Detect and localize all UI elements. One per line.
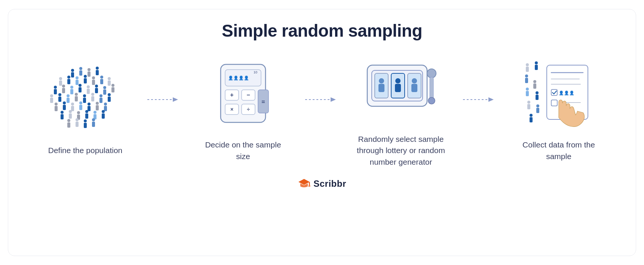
svg-rect-17 bbox=[92, 80, 95, 85]
svg-point-12 bbox=[76, 76, 79, 79]
svg-text:÷: ÷ bbox=[247, 106, 250, 112]
svg-point-130 bbox=[526, 88, 529, 91]
svg-rect-5 bbox=[88, 71, 91, 77]
svg-point-72 bbox=[77, 111, 80, 114]
clipboard-collect-icon: 👤👤👤 👤👤 bbox=[521, 58, 596, 132]
svg-rect-27 bbox=[70, 89, 73, 94]
svg-point-70 bbox=[69, 110, 72, 113]
svg-point-126 bbox=[525, 74, 528, 77]
page-title: Simple random sampling bbox=[222, 21, 422, 41]
svg-rect-118 bbox=[430, 77, 433, 100]
svg-point-80 bbox=[67, 119, 70, 122]
step-sample-size-label: Decide on the sample size bbox=[198, 139, 288, 162]
svg-rect-33 bbox=[95, 88, 98, 93]
svg-point-8 bbox=[59, 77, 62, 80]
svg-rect-129 bbox=[533, 83, 536, 89]
svg-point-124 bbox=[535, 61, 538, 64]
svg-rect-110 bbox=[378, 84, 384, 92]
svg-rect-83 bbox=[76, 122, 79, 127]
svg-point-0 bbox=[71, 69, 74, 72]
main-container: Simple random sampling bbox=[8, 9, 636, 256]
scribbr-icon bbox=[298, 178, 310, 189]
svg-rect-137 bbox=[536, 108, 539, 113]
svg-point-66 bbox=[104, 103, 107, 106]
svg-point-34 bbox=[103, 86, 106, 89]
svg-point-60 bbox=[79, 101, 82, 104]
step-randomly-select: Randomly select sample through lottery o… bbox=[339, 52, 463, 168]
svg-point-30 bbox=[87, 85, 90, 88]
svg-rect-39 bbox=[50, 98, 53, 103]
svg-rect-11 bbox=[67, 79, 70, 84]
svg-rect-127 bbox=[525, 78, 528, 83]
svg-point-56 bbox=[63, 101, 66, 104]
svg-point-138 bbox=[530, 114, 533, 117]
svg-rect-133 bbox=[536, 95, 539, 100]
svg-text:👤👤👤👤: 👤👤👤👤 bbox=[228, 75, 249, 80]
svg-rect-15 bbox=[84, 78, 87, 83]
step-population-label: Define the population bbox=[48, 145, 123, 156]
arrow-2 bbox=[305, 95, 339, 125]
svg-marker-89 bbox=[173, 97, 178, 102]
svg-rect-59 bbox=[71, 106, 74, 111]
svg-point-38 bbox=[50, 94, 53, 97]
svg-point-76 bbox=[93, 111, 96, 114]
arrow-1 bbox=[147, 95, 181, 125]
steps-row: Define the population 👤👤👤👤 10 bbox=[23, 52, 621, 168]
svg-point-86 bbox=[92, 118, 95, 121]
svg-point-42 bbox=[67, 94, 70, 97]
svg-rect-149 bbox=[309, 182, 310, 186]
svg-point-132 bbox=[536, 91, 539, 94]
svg-point-2 bbox=[79, 67, 82, 70]
svg-rect-85 bbox=[84, 123, 87, 128]
svg-point-52 bbox=[108, 93, 111, 96]
svg-rect-31 bbox=[87, 89, 90, 94]
svg-rect-139 bbox=[530, 117, 533, 122]
scribbr-brand-name: Scribbr bbox=[313, 179, 346, 189]
arrow-3 bbox=[463, 95, 497, 125]
svg-rect-123 bbox=[526, 67, 529, 72]
step-randomly-select-label: Randomly select sample through lottery o… bbox=[356, 134, 446, 168]
svg-point-112 bbox=[395, 78, 401, 83]
svg-point-122 bbox=[526, 63, 529, 66]
svg-rect-71 bbox=[69, 113, 72, 119]
svg-text:=: = bbox=[261, 99, 265, 105]
svg-rect-65 bbox=[96, 105, 99, 110]
svg-point-6 bbox=[96, 67, 99, 70]
svg-rect-1 bbox=[71, 72, 74, 77]
svg-rect-41 bbox=[58, 97, 61, 102]
svg-rect-79 bbox=[102, 113, 105, 119]
svg-rect-125 bbox=[535, 65, 538, 70]
svg-rect-19 bbox=[100, 79, 103, 84]
svg-point-150 bbox=[308, 185, 310, 187]
svg-rect-13 bbox=[76, 80, 79, 85]
svg-point-84 bbox=[84, 119, 87, 122]
svg-point-28 bbox=[79, 84, 82, 87]
svg-text:10: 10 bbox=[254, 70, 257, 74]
svg-point-32 bbox=[95, 85, 98, 88]
svg-rect-51 bbox=[99, 98, 102, 103]
svg-marker-121 bbox=[488, 97, 494, 102]
svg-point-74 bbox=[85, 110, 88, 113]
svg-rect-131 bbox=[526, 91, 529, 96]
svg-rect-146 bbox=[551, 100, 557, 106]
svg-rect-29 bbox=[79, 87, 82, 92]
svg-point-14 bbox=[84, 75, 87, 78]
svg-point-64 bbox=[96, 102, 99, 105]
svg-point-82 bbox=[76, 118, 79, 121]
svg-rect-7 bbox=[96, 70, 99, 75]
svg-point-62 bbox=[88, 103, 91, 106]
svg-rect-61 bbox=[79, 105, 82, 110]
svg-rect-116 bbox=[411, 84, 417, 92]
svg-text:👤👤👤: 👤👤👤 bbox=[559, 90, 574, 95]
svg-point-115 bbox=[412, 78, 417, 83]
svg-point-22 bbox=[54, 86, 57, 89]
svg-point-16 bbox=[92, 76, 95, 79]
svg-rect-57 bbox=[63, 105, 66, 110]
svg-point-24 bbox=[62, 85, 65, 88]
step-sample-size: 👤👤👤👤 10 + − = × ÷ Decide on the sampl bbox=[181, 58, 305, 162]
svg-point-128 bbox=[533, 80, 536, 83]
svg-point-68 bbox=[61, 111, 64, 114]
svg-point-26 bbox=[70, 86, 73, 89]
step-collect-data: 👤👤👤 👤👤 Collect data from the sample bbox=[497, 58, 621, 162]
svg-rect-55 bbox=[55, 106, 58, 111]
